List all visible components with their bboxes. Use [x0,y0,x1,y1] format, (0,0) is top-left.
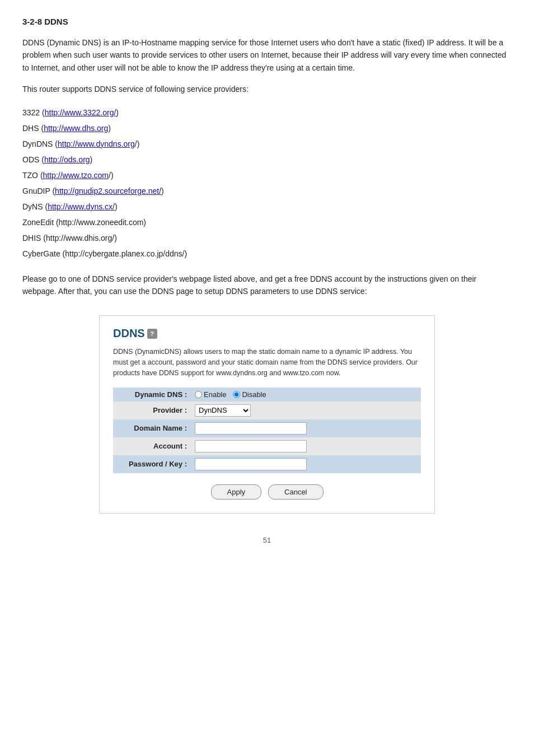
closing-paragraph: Please go to one of DDNS service provide… [22,273,512,298]
account-value-cell [191,437,421,455]
page-footer: 51 [22,536,512,544]
password-input[interactable] [195,458,307,470]
domain-name-input[interactable] [195,422,307,435]
button-row: Apply Cancel [113,484,421,500]
ddns-box: DDNS ? DDNS (DynamicDNS) allows users to… [99,315,435,513]
provider-select[interactable]: DynDNS 3322 DHS ODS TZO GnuDIP DyNS Zone… [195,404,251,417]
ddns-title-text: DDNS [113,327,145,340]
provider-row: Provider : DynDNS 3322 DHS ODS TZO GnuDI… [113,402,421,419]
password-row: Password / Key : [113,455,421,473]
provider-dyndns: DynDNS (http://www.dyndns.org/) [22,136,512,152]
page-content: 3-2-8 DDNS DDNS (Dynamic DNS) is an IP-t… [22,17,512,544]
ddns-form-table: Dynamic DNS : Enable Disable [113,388,421,473]
enable-radio[interactable] [195,391,202,398]
dynamic-dns-value: Enable Disable [191,388,421,402]
intro-paragraph-2: This router supports DDNS service of fol… [22,83,512,95]
apply-button[interactable]: Apply [211,484,262,500]
provider-dhis: DHIS (http://www.dhis.org/) [22,230,512,246]
provider-gnudip: GnuDIP (http://gnudip2.sourceforge.net/) [22,183,512,199]
provider-3322: 3322 (http://www.3322.org/) [22,105,512,120]
enable-label-text: Enable [204,390,226,399]
link-3322[interactable]: http://www.3322.org/ [45,108,116,117]
domain-name-row: Domain Name : [113,419,421,437]
password-label: Password / Key : [113,455,191,473]
link-dhs[interactable]: http://www.dhs.org [44,124,108,133]
provider-value-cell: DynDNS 3322 DHS ODS TZO GnuDIP DyNS Zone… [191,402,421,419]
providers-list: 3322 (http://www.3322.org/) DHS (http://… [22,105,512,262]
provider-ods: ODS (http://ods.org) [22,152,512,167]
cancel-button[interactable]: Cancel [268,484,323,500]
provider-label: Provider : [113,402,191,419]
dynamic-dns-row: Dynamic DNS : Enable Disable [113,388,421,402]
link-dyns[interactable]: http://www.dyns.cx/ [48,202,115,211]
section-title: 3-2-8 DDNS [22,17,512,26]
link-dyndns[interactable]: http://www.dyndns.org [58,139,135,148]
help-icon[interactable]: ? [147,329,157,339]
account-input[interactable] [195,440,307,452]
provider-tzo: TZO (http://www.tzo.com/) [22,167,512,183]
disable-label-text: Disable [242,390,266,399]
ddns-title: DDNS ? [113,327,421,340]
intro-paragraph-1: DDNS (Dynamic DNS) is an IP-to-Hostname … [22,36,512,74]
provider-dhs: DHS (http://www.dhs.org) [22,120,512,136]
ddns-description: DDNS (DynamicDNS) allows users to map th… [113,347,421,378]
link-ods[interactable]: http://ods.org [44,155,90,164]
password-value-cell [191,455,421,473]
account-label: Account : [113,437,191,455]
link-tzo[interactable]: http://www.tzo.com [43,171,109,180]
account-row: Account : [113,437,421,455]
domain-name-value-cell [191,419,421,437]
provider-cybergate: CyberGate (http://cybergate.planex.co.jp… [22,246,512,262]
disable-radio-label[interactable]: Disable [233,390,266,399]
disable-radio[interactable] [233,391,240,398]
dynamic-dns-label: Dynamic DNS : [113,388,191,402]
link-gnudip[interactable]: http://gnudip2.sourceforge.net/ [55,186,161,195]
provider-dyns: DyNS (http://www.dyns.cx/) [22,199,512,214]
domain-name-label: Domain Name : [113,419,191,437]
provider-zoneedit: ZoneEdit (http://www.zoneedit.com) [22,214,512,230]
enable-radio-label[interactable]: Enable [195,390,226,399]
